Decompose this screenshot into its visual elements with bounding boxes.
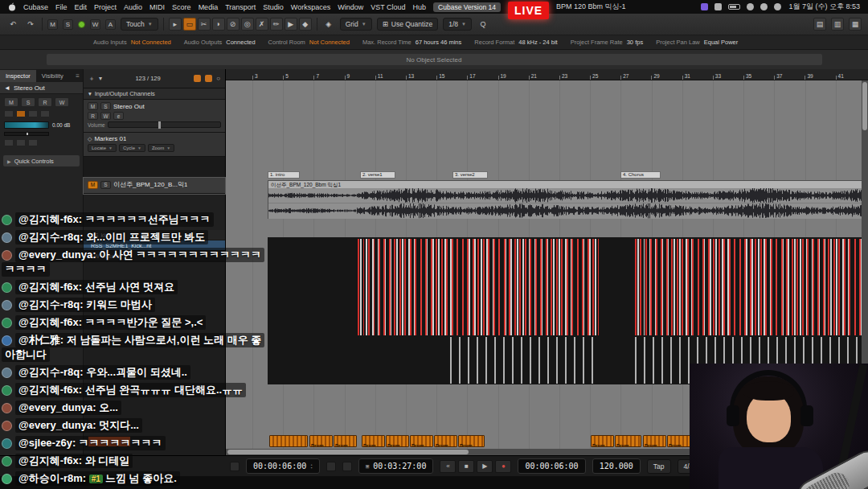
drum-part-event[interactable]: [269, 435, 308, 447]
project-status-item[interactable]: Audio Inputs Not Connected: [93, 39, 171, 46]
menubar-menu-item[interactable]: Project: [94, 3, 117, 11]
redo-icon[interactable]: ↷: [24, 18, 37, 31]
rewind-button[interactable]: «: [440, 460, 456, 473]
solo-all-button[interactable]: S: [63, 19, 73, 30]
menubar-clock[interactable]: 1월 7일 (수) 오후 8:53: [788, 2, 860, 12]
drum-part-event[interactable]: Drum: [643, 435, 666, 447]
menubar-menu-item[interactable]: Edit: [75, 3, 88, 11]
add-track-icon[interactable]: ＋: [88, 74, 95, 83]
automation-icon[interactable]: [16, 139, 26, 146]
record-button[interactable]: ●: [495, 460, 511, 473]
automation-read-button[interactable]: A: [105, 19, 116, 30]
drum-part-event[interactable]: Drum: [334, 435, 357, 447]
mute-button[interactable]: M: [88, 102, 98, 110]
chat-avatar[interactable]: [2, 215, 12, 225]
wifi-icon[interactable]: [747, 3, 754, 10]
drum-hits-block[interactable]: [450, 337, 599, 384]
drum-part-event[interactable]: Drum: [410, 435, 433, 447]
project-status-item[interactable]: Control Room Not Connected: [268, 39, 350, 46]
filter-icon[interactable]: ▾: [99, 75, 102, 82]
tab-visibility[interactable]: Visibility: [36, 70, 69, 82]
grid-type-select[interactable]: Grid▼: [340, 18, 372, 31]
chat-avatar[interactable]: [2, 421, 12, 431]
sends-state-icon[interactable]: [28, 110, 38, 117]
undo-icon[interactable]: ↶: [6, 18, 19, 31]
freeze-icon[interactable]: [28, 139, 38, 146]
chat-username[interactable]: @김지혜-f6x:: [18, 384, 82, 396]
chat-avatar[interactable]: [2, 385, 12, 396]
chat-avatar[interactable]: [2, 232, 12, 243]
chat-username[interactable]: @김지수-r8q:: [18, 231, 84, 243]
io-channels-track[interactable]: ▾ Input/Output Channels: [84, 88, 225, 100]
menubar-menu-item[interactable]: MIDI: [149, 3, 165, 11]
track-state-button[interactable]: R: [38, 97, 52, 107]
tempo-display[interactable]: 120.000: [592, 458, 641, 474]
stop-button[interactable]: ■: [458, 460, 474, 473]
menubar-menu-item[interactable]: Window: [338, 3, 363, 11]
midi-drum-region[interactable]: [268, 237, 868, 384]
menubar-menu-item[interactable]: Audio: [124, 3, 142, 11]
glue-tool[interactable]: ◗: [212, 18, 225, 31]
track-color-icon[interactable]: [194, 75, 201, 82]
volume-slider[interactable]: [108, 121, 221, 128]
chat-avatar[interactable]: [2, 368, 12, 378]
chat-username[interactable]: @김지수-r8q:: [18, 366, 84, 378]
edit-channel-icon[interactable]: [4, 110, 14, 117]
chat-username[interactable]: @every_dunya:: [18, 249, 96, 261]
eq-state-icon[interactable]: [40, 110, 50, 117]
marker-event[interactable]: 4. Chorus: [620, 171, 661, 179]
track-state-button[interactable]: S: [21, 97, 35, 107]
chat-avatar[interactable]: [2, 318, 12, 328]
draw-tool[interactable]: ✏: [270, 18, 283, 31]
chat-username[interactable]: @김지혜-f6x:: [18, 316, 82, 328]
project-status-item[interactable]: Project Frame Rate 30 fps: [571, 39, 643, 46]
mixer-view-icon[interactable]: ▥: [831, 18, 844, 31]
drum-part-event[interactable]: Drum: [591, 435, 614, 447]
drum-part-event[interactable]: Drum: [458, 435, 485, 447]
battery-icon[interactable]: [728, 4, 740, 10]
marker-event[interactable]: 2. verse1: [360, 171, 395, 179]
tap-tempo-button[interactable]: Tap: [647, 459, 671, 474]
marker-control-select[interactable]: Zoom ▼: [148, 144, 174, 152]
snap-icon[interactable]: ◈: [322, 18, 335, 31]
drum-hits-block[interactable]: [358, 239, 599, 335]
quick-controls-section[interactable]: ▶ Quick Controls: [3, 155, 80, 166]
drum-hits-block[interactable]: [635, 239, 866, 335]
output-routing-icon[interactable]: [4, 139, 14, 146]
marker-event[interactable]: 1. intro: [268, 171, 300, 179]
drum-part-event[interactable]: Drum: [309, 435, 333, 447]
chat-username[interactable]: @하승이-r8m:: [18, 472, 86, 484]
chat-username[interactable]: @every_dunya:: [18, 401, 96, 413]
split-tool[interactable]: ✂: [198, 18, 211, 31]
search-icon[interactable]: ○: [216, 75, 220, 82]
zoom-tool[interactable]: ◎: [241, 18, 254, 31]
menubar-menu-item[interactable]: Media: [199, 3, 219, 11]
drum-part-event[interactable]: Drum: [386, 435, 409, 447]
marker-control-select[interactable]: Locate ▼: [88, 144, 117, 152]
menubar-menu-item[interactable]: Cubase: [23, 3, 48, 11]
edit-channel-button[interactable]: e: [113, 112, 124, 120]
color-tool[interactable]: ◆: [299, 18, 312, 31]
volume-fader[interactable]: [4, 121, 49, 129]
menubar-menu-item[interactable]: Workspaces: [291, 3, 330, 11]
time-format-arrows-icon[interactable]: ▴▾: [310, 463, 313, 470]
chat-username[interactable]: @every_dunya:: [18, 419, 96, 431]
automation-mode-select[interactable]: Touch▼: [121, 18, 158, 31]
solo-button[interactable]: S: [100, 102, 111, 110]
quantize-toggle[interactable]: ⊞ Use Quantize: [377, 18, 439, 31]
punch-in-icon[interactable]: [326, 462, 336, 471]
stereo-out-track[interactable]: M S Stereo Out R W e Volume: [84, 100, 225, 133]
menubar-menu-item[interactable]: Hub: [413, 3, 427, 11]
track-visibility-icon[interactable]: [205, 75, 212, 82]
mute-all-button[interactable]: M: [47, 19, 58, 30]
iterative-quantize-icon[interactable]: Q: [477, 18, 489, 31]
chat-avatar[interactable]: [2, 474, 12, 484]
chat-avatar[interactable]: [2, 282, 12, 293]
marker-track[interactable]: ◇ Markers 01 Locate ▼ Cycle ▼: [84, 133, 225, 157]
punch-out-icon[interactable]: [342, 462, 352, 471]
display-icon[interactable]: [714, 3, 722, 10]
drum-part-event[interactable]: Drum: [434, 435, 457, 447]
chat-avatar[interactable]: [2, 250, 12, 261]
inspector-track-header[interactable]: ◄ Stereo Out: [0, 82, 83, 94]
play-tool[interactable]: ▶: [285, 18, 297, 31]
